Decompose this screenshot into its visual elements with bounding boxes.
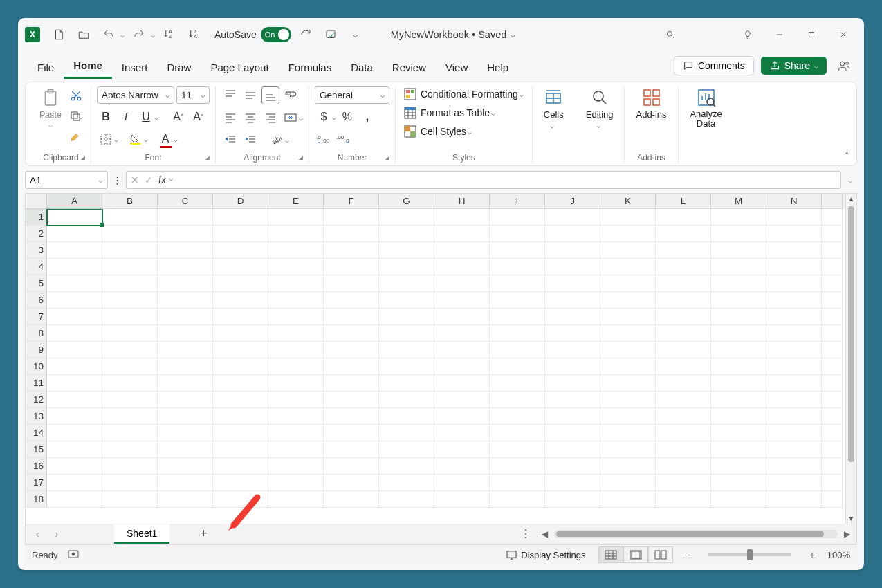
add-sheet-button[interactable]: + (194, 525, 212, 543)
cell[interactable] (545, 392, 600, 408)
cell[interactable] (434, 441, 490, 458)
cell[interactable] (822, 275, 843, 292)
cell[interactable] (766, 275, 822, 292)
cell[interactable] (711, 259, 766, 275)
scrollbar-thumb[interactable] (848, 206, 854, 462)
cell[interactable] (324, 242, 379, 259)
cell[interactable] (268, 425, 324, 441)
launcher-icon[interactable]: ◢ (80, 154, 85, 161)
increase-indent-icon[interactable] (241, 131, 259, 149)
cell[interactable] (822, 425, 843, 441)
cell[interactable] (656, 441, 711, 458)
cell[interactable] (213, 292, 268, 309)
cell[interactable] (711, 209, 766, 226)
cell[interactable] (490, 226, 545, 242)
cell[interactable] (545, 226, 600, 242)
cell[interactable] (379, 392, 434, 408)
cell[interactable] (102, 292, 158, 309)
cell[interactable] (102, 226, 158, 242)
column-header[interactable]: N (766, 194, 822, 209)
cell[interactable] (656, 425, 711, 441)
cell[interactable] (822, 342, 843, 358)
open-file-icon[interactable] (73, 24, 94, 45)
cell[interactable] (379, 491, 434, 508)
format-painter-icon[interactable] (67, 128, 85, 146)
maximize-icon[interactable] (798, 24, 825, 45)
normal-view-icon[interactable] (598, 546, 623, 563)
row-header[interactable]: 14 (26, 425, 47, 441)
cell[interactable] (102, 342, 158, 358)
cell[interactable] (656, 275, 711, 292)
cell[interactable] (158, 375, 213, 392)
cell[interactable] (213, 275, 268, 292)
cell[interactable] (324, 491, 379, 508)
cell[interactable] (545, 292, 600, 309)
vertical-scrollbar[interactable]: ▲ ▼ (845, 194, 856, 524)
cell[interactable] (102, 275, 158, 292)
analyze-data-button[interactable]: Analyze Data (684, 86, 728, 131)
tab-draw[interactable]: Draw (157, 56, 201, 79)
cell[interactable] (102, 475, 158, 491)
undo-icon[interactable] (98, 24, 119, 45)
cell[interactable] (545, 259, 600, 275)
cell[interactable] (490, 441, 545, 458)
cell[interactable] (490, 408, 545, 425)
cell[interactable] (545, 458, 600, 475)
cell[interactable] (545, 342, 600, 358)
cell[interactable] (379, 358, 434, 375)
collab-icon[interactable] (834, 55, 854, 76)
hscroll-left-icon[interactable]: ◀ (540, 529, 550, 539)
cell[interactable] (47, 226, 102, 242)
cell[interactable] (158, 209, 213, 226)
cell[interactable] (324, 259, 379, 275)
cell[interactable] (47, 358, 102, 375)
cell[interactable] (600, 309, 656, 325)
column-header[interactable]: I (490, 194, 545, 209)
cell[interactable] (158, 242, 213, 259)
cell[interactable] (822, 292, 843, 309)
cell[interactable] (324, 209, 379, 226)
document-title[interactable]: MyNewWorkbook • Saved ⌵ (391, 29, 516, 40)
cell[interactable] (379, 259, 434, 275)
row-header[interactable]: 13 (26, 408, 47, 425)
cell[interactable] (822, 441, 843, 458)
cell[interactable] (158, 309, 213, 325)
cell[interactable] (600, 441, 656, 458)
column-header[interactable]: A (47, 194, 102, 209)
cell[interactable] (600, 425, 656, 441)
cell[interactable] (213, 458, 268, 475)
sheet-options-icon[interactable]: ⋮ (516, 527, 535, 540)
cell[interactable] (711, 325, 766, 342)
cell[interactable] (158, 441, 213, 458)
cell[interactable] (822, 226, 843, 242)
cell[interactable] (545, 475, 600, 491)
cell[interactable] (268, 342, 324, 358)
cell[interactable] (490, 425, 545, 441)
qat-overflow-icon[interactable]: ⌵ (345, 24, 366, 45)
font-name-select[interactable]: Aptos Narrow (97, 86, 174, 104)
minimize-icon[interactable] (766, 24, 793, 45)
increase-decimal-icon[interactable]: .0.00 (315, 130, 333, 148)
cell[interactable] (47, 259, 102, 275)
cell[interactable] (656, 209, 711, 226)
cell[interactable] (711, 441, 766, 458)
cell[interactable] (47, 275, 102, 292)
name-box[interactable]: A1 (25, 171, 108, 189)
page-break-view-icon[interactable] (648, 546, 673, 563)
align-top-icon[interactable] (221, 86, 239, 104)
zoom-in-icon[interactable]: + (807, 550, 818, 560)
cell[interactable] (766, 425, 822, 441)
autosave-toggle[interactable]: AutoSave On (214, 27, 291, 42)
cell[interactable] (711, 342, 766, 358)
comma-icon[interactable]: , (358, 108, 376, 126)
merge-center-icon[interactable] (282, 109, 300, 127)
cell[interactable] (47, 309, 102, 325)
redo-dropdown-icon[interactable]: ⌵ (151, 31, 155, 39)
zoom-level[interactable]: 100% (827, 550, 850, 560)
cell[interactable] (47, 475, 102, 491)
paste-button[interactable]: Paste ⌵ (37, 86, 64, 130)
align-bottom-icon[interactable] (261, 86, 279, 104)
cell[interactable] (545, 408, 600, 425)
cell[interactable] (324, 342, 379, 358)
cell[interactable] (47, 325, 102, 342)
